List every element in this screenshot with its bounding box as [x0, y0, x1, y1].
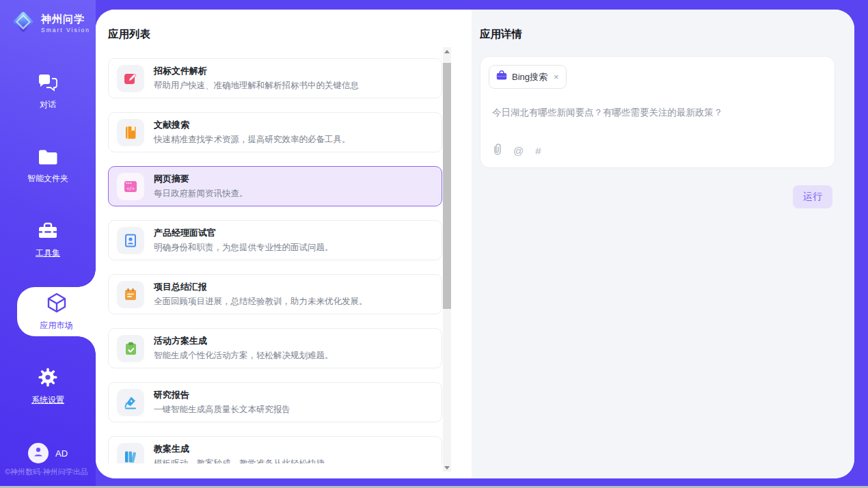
app-desc: 明确身份和职责，为您提供专业性的面试问题。	[154, 242, 334, 254]
app-list: 招标文件解析 帮助用户快速、准确地理解和解析招标书中的关键信息 文献搜索 快速精…	[108, 53, 442, 463]
app-list-panel: 应用列表 招标文件解析 帮助用户快速、准确地理解和解析招标书中的关键信息	[96, 10, 472, 478]
scrollbar-up-arrow[interactable]	[443, 47, 451, 55]
user-account[interactable]: AD	[0, 443, 96, 463]
prompt-input-text[interactable]: 今日湖北有哪些新闻要点？有哪些需要关注的最新政策？	[492, 107, 826, 119]
toolbox-icon	[38, 222, 58, 243]
app-desc: 全面回顾项目进展，总结经验教训，助力未来优化发展。	[154, 296, 368, 308]
hash-tag-icon[interactable]: #	[535, 146, 541, 156]
app-desc: 快速精准查找学术资源，提高研究效率的必备工具。	[154, 134, 351, 146]
interviewer-icon	[117, 227, 144, 254]
app-name: 项目总结汇报	[154, 281, 368, 293]
app-detail-panel: 应用详情 Bing搜索 × 今日湖北有哪些新闻要点？有哪些需要关注的最新政策？	[472, 10, 854, 478]
app-desc: 一键智能生成高质量长文本研究报告	[154, 404, 290, 416]
app-name: 网页摘要	[154, 173, 248, 185]
book-icon	[117, 119, 144, 146]
prompt-toolbar: @ #	[492, 143, 541, 158]
sidebar-item-app-market[interactable]: 应用市场	[17, 287, 96, 336]
app-name: 产品经理面试官	[154, 227, 334, 239]
sidebar-item-label: 系统设置	[31, 394, 64, 406]
gear-icon	[38, 368, 57, 390]
avatar	[28, 443, 49, 463]
run-button[interactable]: 运行	[793, 185, 832, 208]
calendar-report-icon	[117, 281, 144, 308]
sidebar: 神州问学 Smart Vision 对话 智能文件夹	[0, 0, 96, 488]
logo-subtitle: Smart Vision	[41, 27, 90, 33]
folder-icon	[38, 149, 58, 168]
books-icon	[117, 443, 144, 464]
app-name: 文献搜索	[154, 119, 351, 131]
app-card-bid-document-analysis[interactable]: 招标文件解析 帮助用户快速、准确地理解和解析招标书中的关键信息	[108, 58, 442, 98]
app-desc: 每日政府新闻资讯快查。	[154, 188, 248, 200]
app-detail-title: 应用详情	[480, 27, 522, 42]
app-card-lesson-plan[interactable]: 教案生成 模板驱动，教案秒成，教学准备从此轻松快捷	[108, 436, 442, 463]
app-name: 招标文件解析	[154, 65, 359, 77]
briefcase-icon	[496, 70, 507, 83]
sidebar-footer-credit: ©神州数码·神州问学出品	[5, 467, 88, 477]
app-desc: 帮助用户快速、准确地理解和解析招标书中的关键信息	[154, 80, 359, 92]
sidebar-item-toolset[interactable]: 工具集	[0, 222, 96, 259]
app-card-pm-interviewer[interactable]: 产品经理面试官 明确身份和职责，为您提供专业性的面试问题。	[108, 220, 442, 260]
clipboard-check-icon	[117, 335, 144, 362]
sidebar-item-label: 对话	[40, 99, 56, 111]
app-card-research-report[interactable]: 研究报告 一键智能生成高质量长文本研究报告	[108, 382, 442, 422]
app-card-project-summary[interactable]: 项目总结汇报 全面回顾项目进展，总结经验教训，助力未来优化发展。	[108, 274, 442, 314]
svg-text:</>: </>	[126, 185, 135, 191]
tool-chip-bing-search[interactable]: Bing搜索 ×	[489, 65, 567, 89]
diamond-logo-icon	[11, 10, 36, 37]
app-card-webpage-summary[interactable]: </> 网页摘要 每日政府新闻资讯快查。	[108, 166, 442, 206]
logo-title: 神州问学	[41, 13, 90, 26]
app-name: 活动方案生成	[154, 335, 334, 347]
tool-chip-label: Bing搜索	[512, 71, 547, 83]
sidebar-item-chat[interactable]: 对话	[0, 74, 96, 111]
app-list-title: 应用列表	[108, 27, 150, 42]
sidebar-item-label: 工具集	[36, 247, 60, 259]
prompt-card[interactable]: Bing搜索 × 今日湖北有哪些新闻要点？有哪些需要关注的最新政策？ @ #	[480, 56, 835, 168]
sidebar-item-system-settings[interactable]: 系统设置	[0, 368, 96, 406]
close-icon[interactable]: ×	[554, 72, 559, 82]
sidebar-item-smart-folder[interactable]: 智能文件夹	[0, 149, 96, 185]
scrollbar-thumb[interactable]	[443, 63, 451, 309]
main-content: 应用列表 招标文件解析 帮助用户快速、准确地理解和解析招标书中的关键信息	[96, 10, 854, 478]
ink-pen-icon	[117, 389, 144, 416]
app-desc: 模板驱动，教案秒成，教学准备从此轻松快捷	[154, 458, 325, 463]
paperclip-icon[interactable]	[492, 143, 502, 158]
app-name: 教案生成	[154, 443, 325, 455]
app-name: 研究报告	[154, 389, 290, 401]
edit-document-icon	[117, 65, 144, 92]
app-desc: 智能生成个性化活动方案，轻松解决规划难题。	[154, 350, 334, 362]
app-card-event-plan[interactable]: 活动方案生成 智能生成个性化活动方案，轻松解决规划难题。	[108, 328, 442, 368]
webpage-code-icon: </>	[117, 173, 144, 200]
scrollbar-down-arrow[interactable]	[443, 463, 451, 472]
chat-icon	[38, 74, 58, 94]
user-name: AD	[55, 448, 68, 459]
cube-icon	[46, 292, 68, 316]
at-mention-icon[interactable]: @	[513, 146, 524, 156]
sidebar-item-label: 智能文件夹	[27, 173, 68, 185]
person-avatar-icon	[32, 446, 44, 461]
sidebar-item-label: 应用市场	[40, 320, 73, 331]
list-scrollbar[interactable]	[443, 47, 451, 472]
app-card-literature-search[interactable]: 文献搜索 快速精准查找学术资源，提高研究效率的必备工具。	[108, 112, 442, 152]
app-logo: 神州问学 Smart Vision	[11, 10, 90, 37]
